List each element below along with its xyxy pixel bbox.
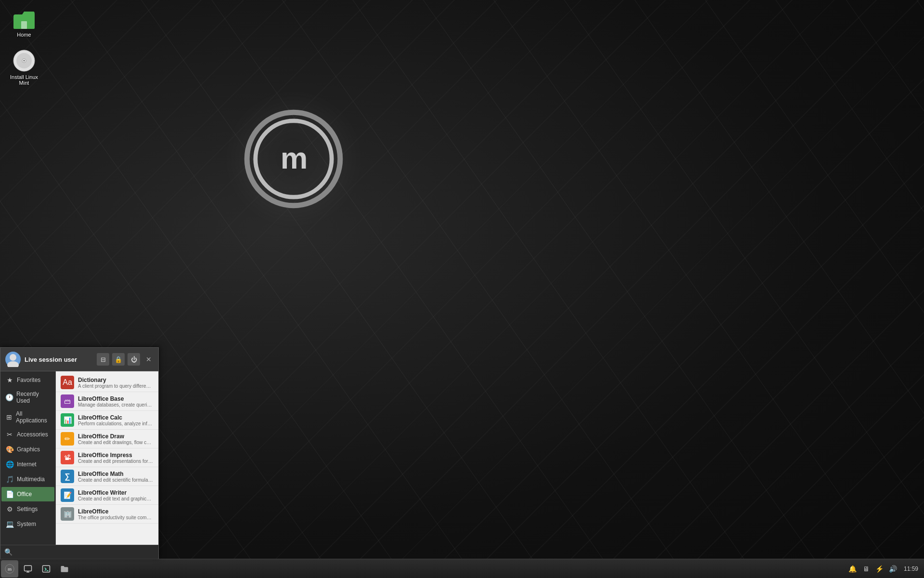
start-menu: Live session user ⊟ 🔒 ⏻ ✕ ★ Favorites 🕐 … [0, 347, 159, 559]
lodraw-app-name: LibreOffice Draw [78, 433, 154, 440]
localc-app-name: LibreOffice Calc [78, 414, 154, 421]
lock-screen-icon[interactable]: 🔒 [112, 353, 125, 366]
install-disc-icon [13, 49, 36, 72]
svg-text:m: m [8, 566, 12, 571]
home-folder-icon [13, 7, 36, 30]
favorites-icon: ★ [5, 376, 14, 384]
sidebar-item-recently-used[interactable]: 🕐 Recently Used [1, 388, 54, 407]
localc-app-info: LibreOffice Calc Perform calculations, a… [78, 414, 154, 426]
app-item-loimpress[interactable]: 📽 LibreOffice Impress Create and edit pr… [56, 448, 158, 467]
show-desktop-button[interactable] [19, 560, 37, 578]
recently-used-label: Recently Used [16, 391, 51, 404]
sidebar-item-accessories[interactable]: ✂ Accessories [1, 427, 54, 442]
all-apps-icon: ⊞ [5, 413, 13, 421]
taskbar-right: 🔔 🖥 ⚡ 🔊 11:59 [848, 564, 924, 574]
all-apps-label: All Applications [16, 410, 51, 424]
user-avatar [5, 352, 21, 367]
lobase-app-name: LibreOffice Base [78, 395, 154, 402]
libreoffice-app-name: LibreOffice [78, 508, 154, 515]
svg-point-11 [23, 60, 25, 62]
graphics-icon: 🎨 [5, 445, 14, 454]
username-label: Live session user [25, 356, 93, 363]
app-item-dictionary[interactable]: Aa Dictionary A client program to query … [56, 373, 158, 392]
lodraw-app-desc: Create and edit drawings, flow charts an… [78, 440, 154, 445]
app-item-lodraw[interactable]: ✏ LibreOffice Draw Create and edit drawi… [56, 430, 158, 448]
header-action-icons: ⊟ 🔒 ⏻ [97, 353, 140, 366]
lodraw-app-icon: ✏ [61, 432, 74, 446]
sidebar-item-office[interactable]: 📄 Office [1, 487, 54, 501]
sidebar-item-all-applications[interactable]: ⊞ All Applications [1, 407, 54, 427]
dictionary-app-info: Dictionary A client program to query dif… [78, 377, 154, 389]
loimpress-app-name: LibreOffice Impress [78, 452, 154, 459]
lomath-app-info: LibreOffice Math Create and edit scienti… [78, 471, 154, 483]
svg-rect-16 [25, 565, 32, 571]
lowriter-app-icon: 📝 [61, 488, 74, 502]
sidebar-item-system[interactable]: 💻 System [1, 517, 54, 531]
libreoffice-app-desc: The office productivity suite compatible… [78, 515, 154, 520]
office-icon: 📄 [5, 490, 14, 499]
home-icon-label: Home [17, 32, 31, 38]
graphics-label: Graphics [17, 446, 40, 453]
power-icon[interactable]: ⚡ [875, 564, 885, 574]
office-label: Office [17, 491, 32, 498]
localc-app-desc: Perform calculations, analyze informati.… [78, 421, 154, 426]
dictionary-app-desc: A client program to query different dict… [78, 383, 154, 389]
menu-header: Live session user ⊟ 🔒 ⏻ ✕ [0, 348, 158, 371]
close-menu-button[interactable]: ✕ [144, 355, 154, 364]
volume-icon[interactable]: 🔊 [888, 564, 898, 574]
sidebar-item-multimedia[interactable]: 🎵 Multimedia [1, 472, 54, 486]
start-menu-button[interactable]: m [1, 560, 18, 578]
lomath-app-desc: Create and edit scientific formulas and … [78, 477, 154, 483]
app-item-localc[interactable]: 📊 LibreOffice Calc Perform calculations,… [56, 411, 158, 430]
lowriter-app-name: LibreOffice Writer [78, 489, 154, 496]
settings-icon: ⚙ [5, 505, 14, 513]
sidebar-item-settings[interactable]: ⚙ Settings [1, 502, 54, 516]
notification-icon[interactable]: 🔔 [848, 564, 858, 574]
files-button[interactable] [56, 560, 73, 578]
app-item-lobase[interactable]: 🗃 LibreOffice Base Manage databases, cre… [56, 392, 158, 411]
logout-icon[interactable]: ⏻ [128, 353, 140, 366]
install-icon-label: Install Linux Mint [10, 74, 38, 86]
system-time: 11:59 [902, 565, 920, 572]
desktop-icon-install[interactable]: Install Linux Mint [5, 47, 43, 88]
lowriter-app-info: LibreOffice Writer Create and edit text … [78, 489, 154, 501]
sidebar-item-internet[interactable]: 🌐 Internet [1, 457, 54, 472]
taskbar-left: m [0, 560, 73, 578]
accessories-label: Accessories [17, 431, 48, 438]
libreoffice-app-info: LibreOffice The office productivity suit… [78, 508, 154, 520]
menu-body: ★ Favorites 🕐 Recently Used ⊞ All Applic… [0, 371, 158, 545]
lowriter-app-desc: Create and edit text and graphics in let… [78, 496, 154, 501]
search-input[interactable] [15, 549, 154, 556]
internet-icon: 🌐 [5, 460, 14, 469]
accessories-icon: ✂ [5, 430, 14, 439]
multimedia-label: Multimedia [17, 476, 45, 483]
sidebar-item-favorites[interactable]: ★ Favorites [1, 373, 54, 387]
favorites-label: Favorites [17, 377, 40, 383]
display-icon[interactable]: 🖥 [861, 564, 871, 574]
loimpress-app-desc: Create and edit presentations for slides… [78, 459, 154, 464]
display-settings-icon[interactable]: ⊟ [97, 353, 109, 366]
sidebar-item-graphics[interactable]: 🎨 Graphics [1, 442, 54, 457]
search-icon: 🔍 [4, 548, 13, 556]
menu-sidebar: ★ Favorites 🕐 Recently Used ⊞ All Applic… [0, 371, 56, 545]
app-item-lowriter[interactable]: 📝 LibreOffice Writer Create and edit tex… [56, 486, 158, 505]
libreoffice-app-icon: 🏢 [61, 507, 74, 521]
app-item-libreoffice[interactable]: 🏢 LibreOffice The office productivity su… [56, 505, 158, 524]
app-item-lomath[interactable]: ∑ LibreOffice Math Create and edit scien… [56, 467, 158, 486]
dictionary-app-icon: Aa [61, 376, 74, 389]
desktop-icon-home[interactable]: Home [5, 5, 43, 39]
system-label: System [17, 521, 36, 527]
menu-apps-list: Aa Dictionary A client program to query … [56, 371, 158, 545]
recently-used-icon: 🕐 [5, 393, 13, 402]
terminal-button[interactable] [38, 560, 55, 578]
internet-label: Internet [17, 461, 37, 468]
lomath-app-icon: ∑ [61, 470, 74, 483]
mint-logo: m [241, 106, 346, 212]
taskbar: m [0, 559, 924, 578]
svg-point-12 [10, 354, 16, 361]
lomath-app-name: LibreOffice Math [78, 471, 154, 477]
loimpress-app-icon: 📽 [61, 451, 74, 464]
settings-label: Settings [17, 506, 38, 512]
lobase-app-icon: 🗃 [61, 394, 74, 408]
menu-search-bar: 🔍 [0, 545, 158, 559]
